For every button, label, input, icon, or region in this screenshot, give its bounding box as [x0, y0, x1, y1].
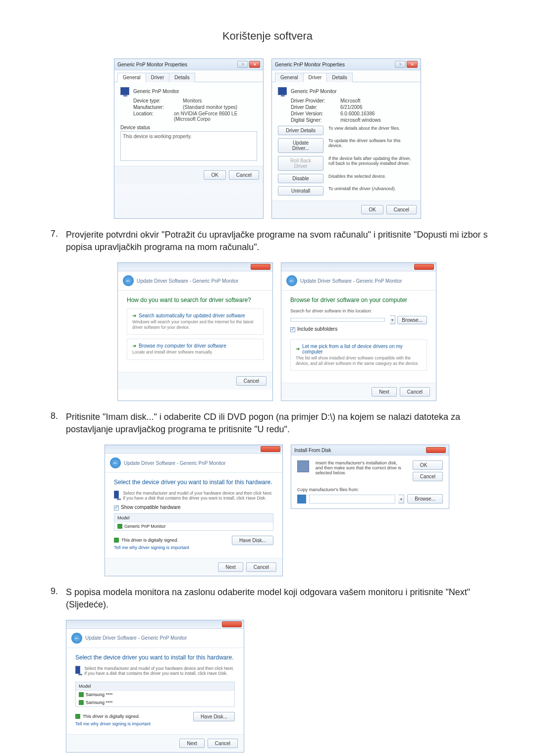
close-icon[interactable]: ✕ — [407, 61, 418, 68]
arrow-right-icon: ➔ — [296, 346, 300, 352]
drive-icon — [297, 495, 306, 504]
model-item-label: Samsung **** — [86, 700, 113, 705]
tab-details[interactable]: Details — [326, 73, 353, 82]
device-name: Generic PnP Monitor — [133, 89, 179, 94]
tab-details[interactable]: Details — [169, 73, 195, 82]
close-icon[interactable] — [426, 447, 446, 453]
have-disk-button[interactable]: Have Disk... — [232, 536, 273, 545]
tab-general[interactable]: General — [117, 73, 146, 82]
step-text: S popisa modela monitora na zaslonu odab… — [66, 586, 488, 611]
cancel-button[interactable]: Cancel — [413, 472, 443, 481]
signing-link[interactable]: Tell me why driver signing is important — [114, 545, 273, 550]
wizard-desc: Select the manufacturer and model of you… — [123, 491, 273, 501]
show-compatible-checkbox[interactable] — [114, 505, 119, 510]
dropdown-caret-icon[interactable]: ▾ — [390, 315, 395, 324]
monitor-icon — [278, 87, 287, 95]
label-search-location: Search for driver software in this locat… — [290, 308, 427, 313]
show-compatible-label: Show compatible hardware — [121, 504, 181, 510]
ok-button[interactable]: OK — [413, 460, 443, 470]
cancel-button[interactable]: Cancel — [229, 170, 259, 180]
tab-driver[interactable]: Driver — [146, 73, 170, 82]
driver-details-button[interactable]: Driver Details — [278, 126, 323, 135]
value-driver-version: 6.0.6000.16386 — [340, 111, 375, 116]
browse-button[interactable]: Browse... — [397, 316, 427, 324]
signing-link[interactable]: Tell me why driver signing is important — [75, 721, 235, 726]
cancel-button[interactable]: Cancel — [236, 376, 267, 386]
update-wizard-search: ← Update Driver Software - Generic PnP M… — [117, 262, 273, 401]
cancel-button[interactable]: Cancel — [208, 739, 238, 748]
value-driver-date: 6/21/2006 — [340, 104, 363, 110]
label-device-status: Device status — [120, 125, 257, 130]
close-icon[interactable] — [251, 264, 270, 270]
next-button[interactable]: Next — [218, 562, 243, 572]
model-item-label: Samsung **** — [86, 692, 113, 697]
dialog-title: Generic PnP Monitor Properties — [117, 62, 187, 67]
page-heading: Korištenje softvera — [47, 30, 488, 43]
breadcrumb: Update Driver Software - Generic PnP Mon… — [137, 278, 238, 284]
ok-button[interactable]: OK — [361, 205, 383, 214]
close-icon[interactable] — [414, 264, 434, 270]
shield-icon — [79, 700, 84, 705]
option-pick-from-list[interactable]: ➔Let me pick from a list of device drive… — [290, 339, 427, 371]
tab-general[interactable]: General — [275, 73, 304, 82]
help-icon[interactable]: ? — [237, 61, 248, 68]
next-button[interactable]: Next — [179, 739, 205, 748]
wizard-question: Select the device driver you want to ins… — [114, 479, 273, 486]
label-device-type: Device type: — [133, 98, 183, 103]
back-icon[interactable]: ← — [71, 633, 82, 644]
breadcrumb: Update Driver Software - Generic PnP Mon… — [124, 460, 225, 466]
copy-from-input[interactable] — [309, 495, 395, 504]
option-title: Search automatically for updated driver … — [139, 313, 245, 318]
value-device-type: Monitors — [183, 98, 202, 103]
signed-label: This driver is digitally signed. — [121, 538, 178, 543]
label-driver-provider: Driver Provider: — [291, 98, 340, 103]
location-combobox[interactable] — [290, 318, 385, 322]
step-text: Provjerite potvrdni okvir "Potražit ću u… — [66, 229, 488, 253]
step-number: 7. — [47, 229, 66, 253]
model-item[interactable]: Samsung **** — [76, 691, 234, 699]
close-icon[interactable] — [261, 446, 280, 452]
model-item[interactable]: Samsung **** — [76, 699, 234, 706]
wizard-question: Select the device driver you want to ins… — [75, 654, 235, 661]
model-item[interactable]: Generic PnP Monitor — [114, 522, 273, 530]
option-desc: Locate and install driver software manua… — [132, 350, 258, 355]
cancel-button[interactable]: Cancel — [400, 387, 430, 397]
ok-button[interactable]: OK — [204, 170, 225, 180]
wizard-question: Browse for driver software on your compu… — [290, 297, 427, 303]
browse-button[interactable]: Browse... — [407, 494, 443, 504]
have-disk-button[interactable]: Have Disk... — [193, 712, 235, 721]
rollback-driver-desc: If the device fails after updating the d… — [328, 156, 415, 166]
uninstall-button[interactable]: Uninstall — [278, 186, 323, 196]
shield-icon — [114, 538, 119, 543]
update-wizard-select-model: ← Update Driver Software - Generic PnP M… — [66, 620, 244, 753]
update-driver-button[interactable]: Update Driver... — [278, 138, 323, 153]
monitor-icon — [120, 87, 129, 95]
back-icon[interactable]: ← — [123, 275, 134, 286]
model-header: Model — [114, 514, 273, 522]
step-number: 8. — [47, 411, 66, 436]
value-digital-signer: microsoft windows — [340, 117, 381, 123]
option-browse-computer[interactable]: ➔Browse my computer for driver software … — [127, 339, 264, 359]
cancel-button[interactable]: Cancel — [246, 562, 276, 572]
help-icon[interactable]: ? — [395, 61, 406, 68]
dropdown-caret-icon[interactable]: ▾ — [398, 495, 404, 504]
rollback-driver-button[interactable]: Roll Back Driver — [278, 156, 323, 171]
include-subfolders-checkbox[interactable] — [290, 327, 295, 332]
tab-driver[interactable]: Driver — [303, 73, 327, 82]
back-icon[interactable]: ← — [286, 275, 297, 286]
back-icon[interactable]: ← — [110, 457, 121, 468]
disable-button[interactable]: Disable — [278, 174, 323, 183]
close-icon[interactable] — [222, 621, 242, 627]
next-button[interactable]: Next — [372, 387, 397, 397]
value-manufacturer: (Standard monitor types) — [183, 104, 237, 110]
label-driver-date: Driver Date: — [291, 104, 340, 110]
shield-icon — [75, 714, 80, 719]
option-desc: Windows will search your computer and th… — [132, 319, 258, 330]
wizard-question: How do you want to search for driver sof… — [127, 297, 264, 303]
option-desc: This list will show installed driver sof… — [296, 355, 422, 366]
option-search-auto[interactable]: ➔Search automatically for updated driver… — [127, 308, 264, 335]
monitor-icon — [114, 491, 119, 499]
close-icon[interactable]: ✕ — [249, 61, 260, 68]
cancel-button[interactable]: Cancel — [386, 205, 417, 214]
arrow-right-icon: ➔ — [132, 313, 136, 318]
